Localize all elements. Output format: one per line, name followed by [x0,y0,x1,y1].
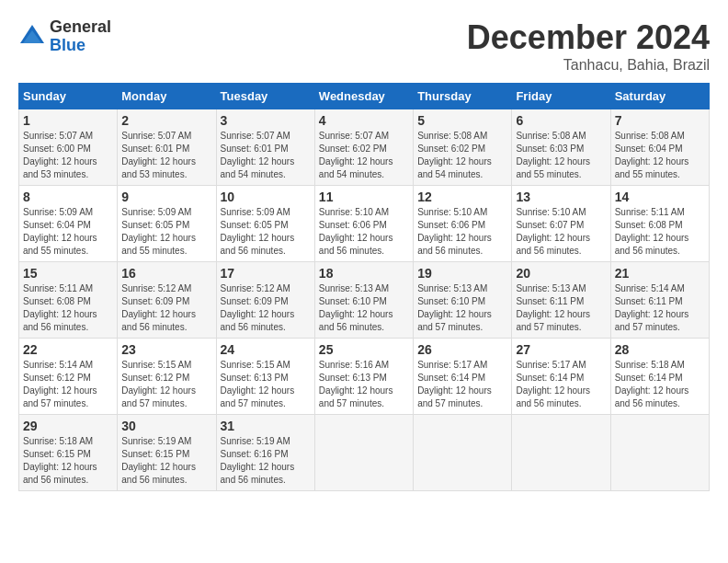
day-number: 24 [221,342,311,357]
day-number: 21 [615,266,705,281]
day-number: 1 [23,113,113,128]
day-info: Sunrise: 5:07 AM Sunset: 6:00 PM Dayligh… [23,130,113,181]
day-number: 31 [221,419,311,433]
day-info: Sunrise: 5:14 AM Sunset: 6:11 PM Dayligh… [615,282,705,334]
day-info: Sunrise: 5:07 AM Sunset: 6:01 PM Dayligh… [221,130,311,181]
calendar-cell: 19Sunrise: 5:13 AM Sunset: 6:10 PM Dayli… [414,262,512,339]
day-info: Sunrise: 5:13 AM Sunset: 6:10 PM Dayligh… [417,282,507,334]
day-info: Sunrise: 5:18 AM Sunset: 6:14 PM Dayligh… [615,359,705,410]
calendar-cell: 6Sunrise: 5:08 AM Sunset: 6:03 PM Daylig… [512,109,610,186]
calendar-cell: 12Sunrise: 5:10 AM Sunset: 6:06 PM Dayli… [414,186,512,262]
calendar-cell: 24Sunrise: 5:15 AM Sunset: 6:13 PM Dayli… [216,339,314,415]
day-info: Sunrise: 5:10 AM Sunset: 6:07 PM Dayligh… [516,206,606,258]
calendar-cell [414,415,512,491]
day-info: Sunrise: 5:15 AM Sunset: 6:12 PM Dayligh… [121,359,211,410]
logo-icon [18,23,46,51]
week-row-3: 15Sunrise: 5:11 AM Sunset: 6:08 PM Dayli… [19,262,710,339]
header-cell-sunday: Sunday [19,84,118,109]
calendar-cell: 1Sunrise: 5:07 AM Sunset: 6:00 PM Daylig… [19,109,118,186]
day-number: 3 [221,113,311,128]
day-number: 27 [516,342,606,357]
calendar-table: SundayMondayTuesdayWednesdayThursdayFrid… [18,83,710,491]
day-info: Sunrise: 5:09 AM Sunset: 6:04 PM Dayligh… [23,206,113,258]
calendar-cell: 10Sunrise: 5:09 AM Sunset: 6:05 PM Dayli… [216,186,314,262]
calendar-cell: 9Sunrise: 5:09 AM Sunset: 6:05 PM Daylig… [118,186,216,262]
day-info: Sunrise: 5:12 AM Sunset: 6:09 PM Dayligh… [221,282,311,334]
day-info: Sunrise: 5:11 AM Sunset: 6:08 PM Dayligh… [23,282,113,334]
calendar-cell: 25Sunrise: 5:16 AM Sunset: 6:13 PM Dayli… [314,339,413,415]
calendar-cell: 23Sunrise: 5:15 AM Sunset: 6:12 PM Dayli… [118,339,216,415]
calendar-cell: 13Sunrise: 5:10 AM Sunset: 6:07 PM Dayli… [512,186,610,262]
day-number: 5 [417,113,507,128]
day-info: Sunrise: 5:09 AM Sunset: 6:05 PM Dayligh… [221,206,311,258]
day-number: 11 [319,190,409,204]
day-info: Sunrise: 5:09 AM Sunset: 6:05 PM Dayligh… [121,206,211,258]
calendar-cell: 4Sunrise: 5:07 AM Sunset: 6:02 PM Daylig… [314,109,413,186]
logo-blue: Blue [50,37,111,55]
header-cell-tuesday: Tuesday [216,84,314,109]
day-info: Sunrise: 5:19 AM Sunset: 6:15 PM Dayligh… [121,435,211,487]
page-header: General Blue December 2024 Tanhacu, Bahi… [18,18,710,74]
logo-text: General Blue [50,18,111,55]
day-info: Sunrise: 5:12 AM Sunset: 6:09 PM Dayligh… [121,282,211,334]
day-number: 19 [417,266,507,281]
calendar-cell: 26Sunrise: 5:17 AM Sunset: 6:14 PM Dayli… [414,339,512,415]
day-number: 14 [615,190,705,204]
calendar-cell: 17Sunrise: 5:12 AM Sunset: 6:09 PM Dayli… [216,262,314,339]
calendar-cell: 3Sunrise: 5:07 AM Sunset: 6:01 PM Daylig… [216,109,314,186]
calendar-cell: 21Sunrise: 5:14 AM Sunset: 6:11 PM Dayli… [610,262,709,339]
week-row-4: 22Sunrise: 5:14 AM Sunset: 6:12 PM Dayli… [19,339,710,415]
calendar-cell: 15Sunrise: 5:11 AM Sunset: 6:08 PM Dayli… [19,262,118,339]
calendar-cell: 2Sunrise: 5:07 AM Sunset: 6:01 PM Daylig… [118,109,216,186]
calendar-cell: 20Sunrise: 5:13 AM Sunset: 6:11 PM Dayli… [512,262,610,339]
day-info: Sunrise: 5:19 AM Sunset: 6:16 PM Dayligh… [221,435,311,487]
day-number: 23 [121,342,211,357]
calendar-cell [314,415,413,491]
week-row-5: 29Sunrise: 5:18 AM Sunset: 6:15 PM Dayli… [19,415,710,491]
calendar-cell: 14Sunrise: 5:11 AM Sunset: 6:08 PM Dayli… [610,186,709,262]
day-info: Sunrise: 5:08 AM Sunset: 6:04 PM Dayligh… [615,130,705,181]
calendar-header: SundayMondayTuesdayWednesdayThursdayFrid… [19,84,710,109]
day-info: Sunrise: 5:07 AM Sunset: 6:02 PM Dayligh… [319,130,409,181]
header-cell-thursday: Thursday [414,84,512,109]
day-info: Sunrise: 5:11 AM Sunset: 6:08 PM Dayligh… [615,206,705,258]
calendar-cell: 7Sunrise: 5:08 AM Sunset: 6:04 PM Daylig… [610,109,709,186]
week-row-2: 8Sunrise: 5:09 AM Sunset: 6:04 PM Daylig… [19,186,710,262]
day-number: 16 [121,266,211,281]
logo-general: General [50,18,111,37]
day-number: 10 [221,190,311,204]
header-cell-saturday: Saturday [610,84,709,109]
day-info: Sunrise: 5:08 AM Sunset: 6:02 PM Dayligh… [417,130,507,181]
header-cell-monday: Monday [118,84,216,109]
calendar-cell: 11Sunrise: 5:10 AM Sunset: 6:06 PM Dayli… [314,186,413,262]
day-number: 29 [23,419,113,433]
logo: General Blue [18,18,111,55]
day-number: 2 [121,113,211,128]
day-info: Sunrise: 5:10 AM Sunset: 6:06 PM Dayligh… [417,206,507,258]
day-info: Sunrise: 5:17 AM Sunset: 6:14 PM Dayligh… [417,359,507,410]
calendar-cell: 5Sunrise: 5:08 AM Sunset: 6:02 PM Daylig… [414,109,512,186]
day-number: 7 [615,113,705,128]
day-number: 6 [516,113,606,128]
calendar-cell: 18Sunrise: 5:13 AM Sunset: 6:10 PM Dayli… [314,262,413,339]
day-info: Sunrise: 5:15 AM Sunset: 6:13 PM Dayligh… [221,359,311,410]
day-info: Sunrise: 5:16 AM Sunset: 6:13 PM Dayligh… [319,359,409,410]
day-number: 13 [516,190,606,204]
day-number: 30 [121,419,211,433]
day-info: Sunrise: 5:13 AM Sunset: 6:10 PM Dayligh… [319,282,409,334]
day-number: 8 [23,190,113,204]
day-info: Sunrise: 5:17 AM Sunset: 6:14 PM Dayligh… [516,359,606,410]
calendar-cell: 31Sunrise: 5:19 AM Sunset: 6:16 PM Dayli… [216,415,314,491]
day-number: 25 [319,342,409,357]
day-number: 18 [319,266,409,281]
header-row: SundayMondayTuesdayWednesdayThursdayFrid… [19,84,710,109]
calendar-body: 1Sunrise: 5:07 AM Sunset: 6:00 PM Daylig… [19,109,710,491]
calendar-cell: 22Sunrise: 5:14 AM Sunset: 6:12 PM Dayli… [19,339,118,415]
calendar-cell: 28Sunrise: 5:18 AM Sunset: 6:14 PM Dayli… [610,339,709,415]
day-info: Sunrise: 5:10 AM Sunset: 6:06 PM Dayligh… [319,206,409,258]
day-number: 17 [221,266,311,281]
day-info: Sunrise: 5:18 AM Sunset: 6:15 PM Dayligh… [23,435,113,487]
calendar-cell [610,415,709,491]
calendar-cell: 27Sunrise: 5:17 AM Sunset: 6:14 PM Dayli… [512,339,610,415]
location: Tanhacu, Bahia, Brazil [467,57,710,74]
